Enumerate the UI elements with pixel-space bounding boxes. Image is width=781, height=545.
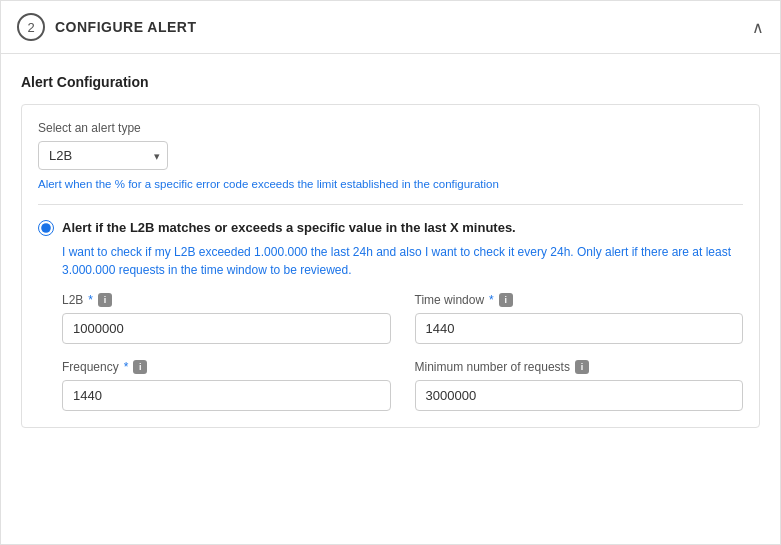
alert-option-radio[interactable] (38, 220, 54, 236)
l2b-field-group: L2B * i (62, 293, 391, 344)
min-requests-field-header: Minimum number of requests i (415, 360, 744, 374)
content-area: Alert Configuration Select an alert type… (1, 54, 780, 448)
frequency-required-symbol: * (124, 360, 129, 374)
min-requests-info-icon[interactable]: i (575, 360, 589, 374)
l2b-info-icon[interactable]: i (98, 293, 112, 307)
alert-configuration-title: Alert Configuration (21, 74, 760, 90)
section-header: 2 CONFIGURE ALERT ∧ (1, 1, 780, 54)
frequency-field-header: Frequency * i (62, 360, 391, 374)
min-requests-field-group: Minimum number of requests i (415, 360, 744, 411)
alert-configuration-card: Select an alert type L2B L1B L3B ▾ Alert… (21, 104, 760, 428)
radio-option-label: Alert if the L2B matches or exceeds a sp… (62, 219, 516, 237)
frequency-info-icon[interactable]: i (133, 360, 147, 374)
radio-option-row: Alert if the L2B matches or exceeds a sp… (38, 219, 743, 237)
fields-grid: L2B * i Time window * i (62, 293, 743, 411)
l2b-field-header: L2B * i (62, 293, 391, 307)
time-window-field-group: Time window * i (415, 293, 744, 344)
time-window-input[interactable] (415, 313, 744, 344)
header-left: 2 CONFIGURE ALERT (17, 13, 197, 41)
configure-alert-container: 2 CONFIGURE ALERT ∧ Alert Configuration … (0, 0, 781, 545)
l2b-field-name: L2B (62, 293, 83, 307)
l2b-input[interactable] (62, 313, 391, 344)
frequency-input[interactable] (62, 380, 391, 411)
alert-type-description: Alert when the % for a specific error co… (38, 178, 743, 190)
time-window-field-name: Time window (415, 293, 485, 307)
l2b-required-symbol: * (88, 293, 93, 307)
min-requests-field-name: Minimum number of requests (415, 360, 570, 374)
step-circle: 2 (17, 13, 45, 41)
min-requests-input[interactable] (415, 380, 744, 411)
radio-option-description: I want to check if my L2B exceeded 1.000… (62, 243, 743, 279)
alert-type-select-wrapper: L2B L1B L3B ▾ (38, 141, 168, 170)
alert-type-label: Select an alert type (38, 121, 743, 135)
collapse-icon[interactable]: ∧ (752, 18, 764, 37)
section-title: CONFIGURE ALERT (55, 19, 197, 35)
frequency-field-group: Frequency * i (62, 360, 391, 411)
time-window-required-symbol: * (489, 293, 494, 307)
divider (38, 204, 743, 205)
alert-type-select[interactable]: L2B L1B L3B (38, 141, 168, 170)
time-window-info-icon[interactable]: i (499, 293, 513, 307)
time-window-field-header: Time window * i (415, 293, 744, 307)
frequency-field-name: Frequency (62, 360, 119, 374)
